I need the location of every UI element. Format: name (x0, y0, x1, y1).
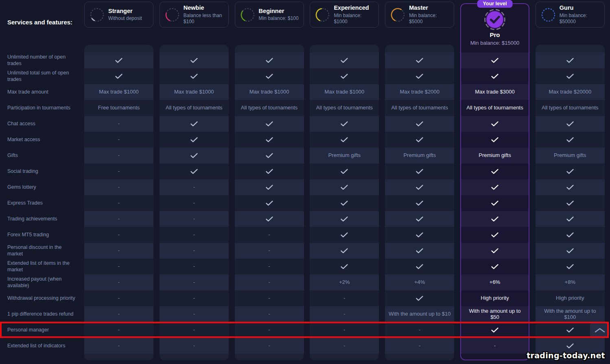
table-cell (310, 195, 379, 211)
table-cell: - (310, 322, 379, 338)
check-icon (491, 58, 498, 63)
feature-label: Gems lottery (0, 179, 84, 195)
table-cell: - (160, 322, 229, 338)
level-ring-icon (484, 9, 506, 32)
table-cell (461, 68, 529, 84)
check-icon (266, 121, 273, 126)
feature-label: 1 pip difference trades refund (0, 306, 84, 322)
table-cell: +4% (385, 275, 454, 290)
dash-value: - (118, 200, 120, 206)
dash-value: - (118, 311, 120, 317)
table-cell (235, 52, 304, 68)
cell-text: Free tournaments (98, 105, 140, 111)
table-cell (160, 148, 229, 163)
level-column-guru: Max trade $20000All types of tournaments… (536, 45, 605, 360)
table-cell: - (84, 132, 153, 148)
dash-value: - (193, 343, 195, 349)
level-column-beginner: Max trade $1000All types of tournaments-… (235, 45, 304, 360)
table-cell (310, 179, 379, 195)
cell-text: High priority (556, 295, 584, 301)
check-icon (491, 248, 498, 253)
table-cell (461, 179, 529, 195)
dash-value: - (118, 153, 120, 159)
scroll-top-button[interactable] (590, 323, 609, 338)
table-cell (461, 195, 529, 211)
level-card-text: StrangerWithout deposit (108, 8, 142, 22)
level-card-experienced[interactable]: ExperiencedMin balance: $1000 (310, 2, 379, 28)
check-icon (566, 121, 574, 126)
check-icon (190, 153, 198, 158)
dash-value: - (118, 279, 120, 286)
level-min-balance: Min balance: $50000 (560, 13, 601, 25)
dash-value: - (118, 137, 120, 143)
table-cell (310, 132, 379, 148)
table-cell: - (84, 195, 153, 211)
check-icon (266, 153, 273, 158)
check-icon (416, 169, 423, 174)
dash-value: - (268, 248, 270, 254)
check-icon (416, 248, 423, 253)
table-cell: All types of tournaments (461, 100, 529, 116)
table-cell: - (461, 338, 529, 354)
table-cell (235, 116, 304, 132)
table-cell (385, 211, 454, 227)
cell-text: All types of tournaments (391, 105, 448, 111)
table-cell (461, 163, 529, 179)
level-name: Master (409, 4, 450, 11)
feature-label: Forex MT5 trading (0, 227, 84, 243)
check-icon (491, 169, 498, 174)
table-cell (385, 243, 454, 259)
table-cell: - (84, 211, 153, 227)
table-cell (235, 195, 304, 211)
table-cell (310, 52, 379, 68)
table-cell: Max trade $20000 (536, 84, 605, 100)
cell-text: All types of tournaments (166, 105, 222, 111)
check-icon (266, 58, 273, 63)
table-cell: - (385, 338, 454, 354)
table-cell (536, 259, 605, 275)
level-column-master: Max trade $2000All types of tournamentsP… (385, 45, 454, 360)
table-cell: - (235, 306, 304, 322)
level-ring-icon (390, 7, 405, 22)
table-cell (310, 227, 379, 243)
table-cell: - (235, 259, 304, 275)
table-cell: Max trade $1000 (235, 84, 304, 100)
table-cell: - (235, 243, 304, 259)
level-card-newbie[interactable]: NewbieBalance less than $100 (160, 2, 229, 28)
level-ring-icon (165, 7, 180, 22)
level-column-stranger: Max trade $1000Free tournaments---------… (84, 45, 153, 360)
table-cell: - (235, 275, 304, 290)
table-cell: - (160, 259, 229, 275)
level-card-master[interactable]: MasterMin balance: $5000 (385, 2, 454, 28)
level-ring-icon (541, 7, 556, 22)
table-cell (160, 132, 229, 148)
table-cell: - (385, 322, 454, 338)
level-card-guru[interactable]: GuruMin balance: $50000 (536, 2, 605, 28)
dash-value: - (268, 295, 270, 301)
table-cell (160, 52, 229, 68)
table-cell (536, 243, 605, 259)
level-card-stranger[interactable]: StrangerWithout deposit (84, 2, 153, 28)
table-cell (385, 290, 454, 306)
check-icon (416, 121, 423, 126)
check-icon (416, 58, 423, 63)
check-icon (566, 169, 574, 174)
dash-value: - (118, 121, 120, 127)
table-cell (235, 163, 304, 179)
dash-value: - (193, 184, 195, 190)
level-card-beginner[interactable]: BeginnerMin balance: $100 (235, 2, 304, 28)
cell-text: +6% (490, 279, 500, 286)
table-cell: - (84, 275, 153, 290)
level-card-text: NewbieBalance less than $100 (184, 4, 225, 24)
table-cell (461, 211, 529, 227)
services-and-features-label: Services and features: (7, 19, 72, 26)
cell-text: High priority (481, 295, 509, 301)
level-card-current-pro[interactable]: Your level ProMin balance: $15000Max tra… (460, 3, 529, 360)
table-cell: - (310, 290, 379, 306)
cell-text: +4% (414, 279, 425, 286)
dash-value: - (268, 279, 270, 286)
check-icon (566, 185, 574, 190)
check-icon (491, 74, 498, 79)
cell-text: Premium gifts (328, 153, 361, 159)
dash-value: - (343, 311, 345, 317)
